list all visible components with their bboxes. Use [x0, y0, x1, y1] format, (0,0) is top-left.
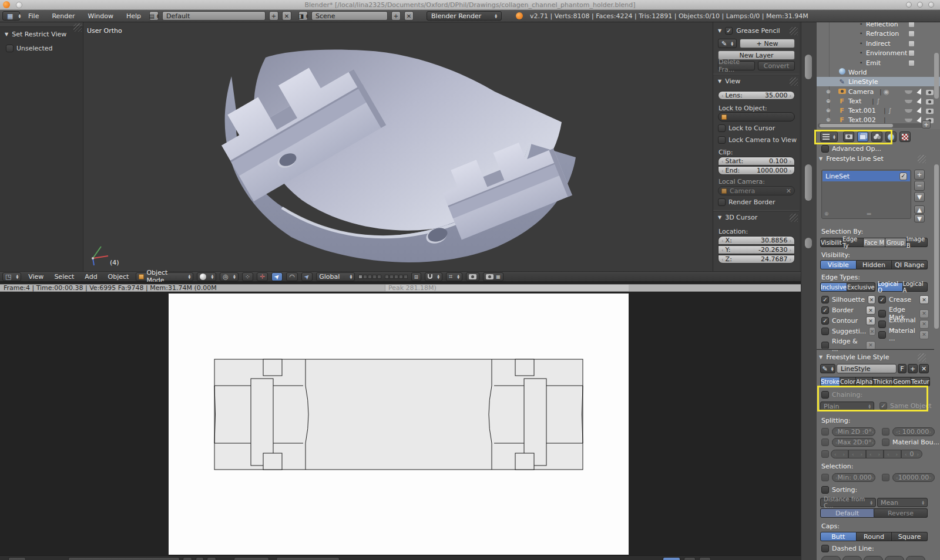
visibility-icon[interactable] [905, 109, 912, 113]
manipulator-scale-toggle[interactable]: ➤ [301, 272, 313, 281]
edge-silhouette-row[interactable]: Silhouette✕ [821, 295, 875, 304]
cursor-z-field[interactable]: ‹Z:24.7687› [718, 255, 795, 264]
selection-by-face-marks[interactable]: Face M [864, 238, 885, 247]
clip-start-field[interactable]: ‹Start:0.100› [718, 157, 795, 166]
delete-layout-button[interactable]: ✕ [282, 11, 291, 21]
dash-field[interactable]: ‹› [906, 556, 925, 560]
edge-material-row[interactable]: Material ...✕ [878, 327, 929, 342]
menu-view[interactable]: View [25, 273, 47, 281]
linestyle-browse-button[interactable]: ✎▲▼ [820, 364, 835, 373]
lineset-enable-checkbox[interactable] [899, 173, 907, 180]
convert-button[interactable]: Convert [758, 61, 795, 70]
dashed-pattern-row-partial[interactable]: ‹› ‹› ‹› ‹› ‹› [821, 556, 925, 560]
outliner-item-environment[interactable]: •Environment [817, 48, 940, 58]
snap-toggle[interactable]: ▲▼ [425, 272, 442, 281]
view-panel-header[interactable]: ▼View [718, 77, 740, 85]
manipulator-axis-toggle[interactable]: ✛ [257, 272, 268, 281]
tab-world[interactable] [885, 131, 897, 142]
max-2d-angle-row[interactable]: ‹Max 2D:0°› Material Bou... [821, 438, 939, 447]
render-border-checkbox[interactable] [718, 198, 726, 206]
tab-geometry[interactable]: Geom [893, 377, 911, 386]
new-linestyle-button[interactable]: + [908, 364, 918, 373]
lock-camera-option[interactable]: Lock Camera to View [718, 136, 797, 144]
dash-field[interactable]: ‹› [842, 556, 862, 560]
tab-texture[interactable]: Textur [911, 377, 930, 386]
outliner-item-text[interactable]: ⊕FText|∫ [817, 96, 940, 106]
zoom-icon[interactable]: ⊕ [824, 211, 829, 217]
screen-layout-field[interactable]: Default [162, 11, 266, 21]
window-controls[interactable] [906, 2, 934, 8]
viewport-shading-select[interactable]: ▲▼ [197, 272, 216, 281]
same-object-row[interactable]: Same Object [879, 402, 932, 410]
min-2d-field[interactable]: ‹Min 2D :0°› [832, 427, 875, 436]
edge-suggestive-row[interactable]: Suggesti...✕ [821, 327, 875, 336]
add-scene-button[interactable]: + [391, 11, 401, 21]
max-2d-field[interactable]: ‹Max 2D:0°› [832, 438, 875, 447]
tab-render-layers[interactable] [857, 131, 868, 142]
scroll-pill[interactable] [805, 55, 812, 79]
render-border-option[interactable]: Render Border [718, 198, 776, 206]
advanced-options-row[interactable]: Advanced Op... [821, 145, 881, 153]
lineset-selected-row[interactable]: LineSet [822, 171, 910, 181]
cursor-y-field[interactable]: ‹Y:-20.2630› [718, 245, 795, 254]
menu-object[interactable]: Object [105, 273, 133, 281]
unselected-checkbox[interactable] [6, 45, 14, 52]
dashed-line-checkbox[interactable] [821, 545, 829, 552]
edge-border-row[interactable]: Border✕ [821, 306, 875, 315]
tab-alpha[interactable]: Alpha [856, 377, 873, 386]
edge-contour-row[interactable]: Contour✕ [821, 316, 875, 325]
selectability-icon[interactable] [916, 97, 923, 104]
model-collagen-channel-phantom-holder[interactable] [83, 22, 713, 271]
outliner-item-linestyle[interactable]: ✎LineStyle [817, 77, 940, 86]
manipulator-translate-toggle[interactable]: ➤ [271, 272, 283, 281]
outliner[interactable]: •Reflection •Refraction •Indirect •Envir… [801, 22, 940, 129]
tab-stroke[interactable]: Stroke [820, 377, 840, 386]
lock-to-object-field[interactable] [718, 112, 795, 122]
add-lineset-button[interactable]: + [914, 170, 925, 180]
chaining-checkbox[interactable] [821, 391, 829, 399]
min-2d-checkbox[interactable] [821, 428, 829, 436]
lock-to-cursor-option[interactable]: Lock to Cursor [718, 124, 775, 132]
selection-by-edge-types[interactable]: Edge Ty [842, 238, 864, 247]
lock-mode-toggle[interactable]: ⧈ [411, 272, 421, 281]
ridge-checkbox[interactable] [821, 342, 829, 349]
crease-checkbox[interactable] [878, 296, 886, 303]
move-up-button[interactable]: ▲ [914, 205, 925, 214]
dash-field-2[interactable]: ‹› [848, 450, 866, 458]
gp-source-button[interactable]: ✎▲▼ [718, 39, 737, 48]
outliner-hscrollbar[interactable] [818, 123, 929, 128]
cap-butt-button[interactable]: Butt [820, 532, 857, 541]
dash-checkbox[interactable] [821, 450, 829, 458]
cursor-panel-header[interactable]: ▼3D Cursor [718, 214, 757, 221]
dash-field-4[interactable]: ‹› [884, 450, 901, 458]
menu-select[interactable]: Select [51, 273, 78, 281]
snap-element-select[interactable]: ⌗▲▼ [446, 272, 462, 281]
pivot-select[interactable]: ◎▲▼ [220, 272, 238, 281]
tab-render[interactable] [843, 131, 854, 142]
order-reverse-button[interactable]: Reverse [874, 508, 928, 518]
editor-type-button[interactable]: ▲▼ [820, 131, 838, 142]
exclude-icon[interactable]: ✕ [919, 295, 929, 304]
lock-camera-checkbox[interactable] [718, 136, 726, 144]
layers-group-1[interactable] [358, 275, 381, 279]
layers-group-2[interactable] [385, 275, 408, 279]
dash-pattern-row[interactable]: ‹› ‹› ‹› ‹› ‹0› [821, 450, 922, 458]
outliner-item-indirect[interactable]: •Indirect [817, 39, 940, 48]
tab-texture[interactable] [899, 131, 911, 142]
advanced-options-checkbox[interactable] [821, 145, 829, 153]
min-length-field[interactable]: ‹Min: 0.000› [832, 473, 875, 482]
delete-frame-button[interactable]: Delete Fra... [718, 61, 755, 70]
pass-checkbox[interactable] [908, 31, 915, 37]
max-2d-checkbox[interactable] [821, 438, 829, 446]
menu-render[interactable]: Render [47, 12, 79, 20]
linestyle-name-field[interactable]: LineStyle [837, 364, 897, 373]
delete-scene-button[interactable]: ✕ [404, 11, 414, 21]
lineset-panel-header[interactable]: ▼Freestyle Line Set [819, 155, 884, 163]
move-down-button[interactable]: ▼ [914, 214, 925, 222]
pass-checkbox[interactable] [908, 22, 915, 28]
orientation-select[interactable]: Global▲▼ [316, 272, 355, 281]
pass-checkbox[interactable] [908, 41, 915, 47]
editor-type-button[interactable]: ▦▲▼ [2, 11, 20, 21]
lineset-specials-button[interactable]: ▼ [914, 192, 925, 202]
gp-new-button[interactable]: +New [740, 39, 795, 48]
